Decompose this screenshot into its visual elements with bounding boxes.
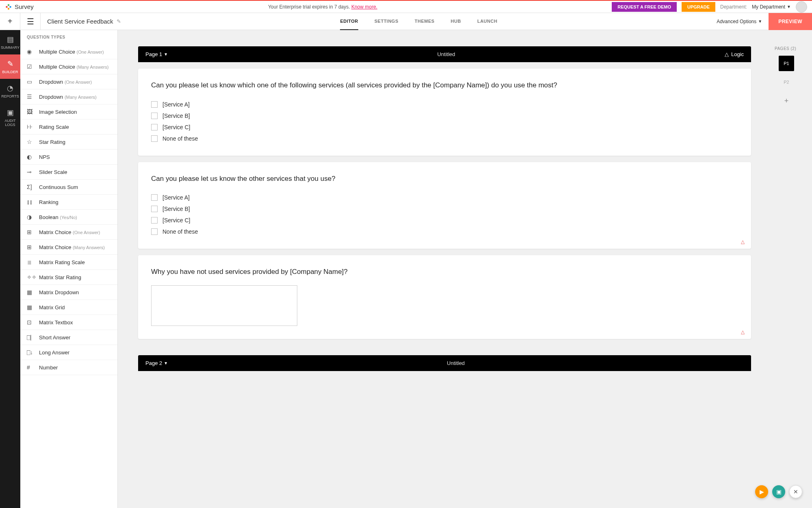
department-dropdown[interactable]: My Department ▼	[752, 4, 791, 10]
option-row[interactable]: [Service A]	[151, 99, 738, 110]
qtype-icon: ◉	[27, 48, 34, 55]
nav-audit-logs[interactable]: ▣ AUDIT LOGS	[0, 103, 20, 132]
list-button[interactable]: ☰	[20, 13, 41, 30]
question-type-item[interactable]: ◑Boolean (Yes/No)	[20, 210, 117, 225]
editor-canvas: Page 1 ▼ Untitled △ Logic Can you please…	[118, 30, 771, 508]
question-type-item[interactable]: ☆Star Rating	[20, 135, 117, 150]
qtype-icon: 🖼	[27, 109, 34, 115]
question-card-2[interactable]: Can you please let us know the other ser…	[138, 162, 751, 249]
nav-reports[interactable]: ◔ REPORTS	[0, 79, 20, 103]
option-row[interactable]: [Service C]	[151, 122, 738, 133]
checkbox[interactable]	[151, 206, 158, 212]
upgrade-button[interactable]: UPGRADE	[682, 2, 715, 12]
page-selector[interactable]: Page 2 ▼	[145, 360, 168, 366]
question-type-item[interactable]: ⊸Slider Scale	[20, 165, 117, 180]
question-type-item[interactable]: ⊞Matrix Choice (One Answer)	[20, 225, 117, 240]
logic-indicator-icon[interactable]: △	[741, 239, 745, 245]
question-type-item[interactable]: ☑Multiple Choice (Many Answers)	[20, 59, 117, 74]
question-type-item[interactable]: ⊡Matrix Textbox	[20, 315, 117, 330]
checkbox[interactable]	[151, 113, 158, 119]
tab-themes[interactable]: THEMES	[415, 13, 435, 30]
qtype-icon: ⫼	[27, 259, 34, 265]
qtype-icon: ◐	[27, 154, 34, 160]
question-type-item[interactable]: ▭Dropdown (One Answer)	[20, 74, 117, 89]
logic-button[interactable]: △ Logic	[725, 51, 744, 57]
tab-settings[interactable]: SETTINGS	[375, 13, 398, 30]
qtype-icon: ⊸	[27, 169, 34, 175]
page-thumb-1[interactable]: P1	[779, 56, 794, 71]
question-type-item[interactable]: ⎕↓Long Answer	[20, 345, 117, 360]
option-row[interactable]: [Service A]	[151, 192, 738, 203]
tab-hub[interactable]: HUB	[451, 13, 461, 30]
long-answer-input[interactable]	[151, 285, 297, 326]
option-row[interactable]: [Service C]	[151, 215, 738, 226]
option-row[interactable]: [Service B]	[151, 110, 738, 122]
tab-editor[interactable]: EDITOR	[340, 13, 358, 30]
option-row[interactable]: [Service B]	[151, 203, 738, 215]
question-type-item[interactable]: ▦Matrix Grid	[20, 300, 117, 315]
question-type-item[interactable]: ◐NPS	[20, 150, 117, 165]
page-selector[interactable]: Page 1 ▼	[145, 51, 168, 57]
logic-indicator-icon[interactable]: △	[741, 329, 745, 335]
question-type-item[interactable]: Σ]Continuous Sum	[20, 180, 117, 195]
question-type-item[interactable]: ⫼Matrix Rating Scale	[20, 255, 117, 270]
qtype-icon: ▦	[27, 304, 34, 310]
fab-present[interactable]: ▣	[772, 485, 785, 498]
checkbox[interactable]	[151, 124, 158, 130]
question-card-3[interactable]: Why you have not used services provided …	[138, 255, 751, 339]
question-type-item[interactable]: ▦Matrix Dropdown	[20, 285, 117, 300]
option-row[interactable]: None of these	[151, 226, 738, 237]
survey-title: Client Service Feedback ✎	[41, 18, 128, 25]
advanced-options-dropdown[interactable]: Advanced Options ▼	[710, 19, 769, 24]
qtype-icon: ⎕|	[27, 334, 34, 341]
preview-button[interactable]: PREVIEW	[769, 13, 812, 30]
option-row[interactable]: None of these	[151, 133, 738, 144]
question-type-item[interactable]: ⫿⫿Ranking	[20, 195, 117, 210]
nav-summary[interactable]: ▤ SUMMARY	[0, 30, 20, 54]
qtype-icon: ☑	[27, 63, 34, 70]
checkbox[interactable]	[151, 194, 158, 201]
question-type-item[interactable]: 🖼Image Selection	[20, 104, 117, 119]
question-type-item[interactable]: ⊞Matrix Choice (Many Answers)	[20, 240, 117, 255]
qtype-icon: ⊡	[27, 319, 34, 326]
nav-builder[interactable]: ✎ BUILDER	[0, 54, 20, 79]
add-button[interactable]: +	[0, 13, 20, 30]
qtype-icon: ▦	[27, 289, 34, 295]
question-type-item[interactable]: #Number	[20, 360, 117, 375]
question-type-item[interactable]: ⎕|Short Answer	[20, 330, 117, 345]
fab-play[interactable]: ▶	[755, 485, 768, 498]
question-types-header: QUESTION TYPES	[20, 30, 117, 44]
reports-icon: ◔	[0, 84, 20, 93]
edit-title-icon[interactable]: ✎	[117, 18, 121, 24]
user-avatar[interactable]	[796, 1, 807, 13]
chevron-down-icon: ▼	[787, 4, 791, 9]
trial-message: Your Enterprise trial expires in 7 days.…	[39, 4, 607, 10]
svg-point-1	[8, 4, 10, 6]
qtype-icon: ☆	[27, 139, 34, 145]
checkbox[interactable]	[151, 228, 158, 235]
question-type-item[interactable]: ✧✧Matrix Star Rating	[20, 270, 117, 285]
add-page-button[interactable]: +	[779, 93, 794, 109]
checkbox[interactable]	[151, 217, 158, 224]
question-type-item[interactable]: ⊦⊦Rating Scale	[20, 119, 117, 135]
qtype-icon: ⊞	[27, 244, 34, 250]
page-name: Untitled	[168, 51, 725, 57]
question-text: Why you have not used services provided …	[151, 267, 738, 277]
qtype-icon: ⊦⊦	[27, 124, 34, 130]
question-card-1[interactable]: Can you please let us know which one of …	[138, 69, 751, 156]
fab-close[interactable]: ✕	[789, 485, 802, 498]
question-type-item[interactable]: ◉Multiple Choice (One Answer)	[20, 44, 117, 59]
page-thumb-2[interactable]: P2	[779, 74, 794, 90]
chevron-down-icon: ▼	[164, 52, 168, 56]
question-type-item[interactable]: ☰Dropdown (Many Answers)	[20, 89, 117, 104]
trial-know-more-link[interactable]: Know more.	[351, 4, 377, 10]
floating-actions: ▶ ▣ ✕	[755, 485, 802, 498]
tab-launch[interactable]: LAUNCH	[477, 13, 497, 30]
question-text: Can you please let us know the other ser…	[151, 174, 738, 184]
pages-panel: PAGES (2) P1 P2 +	[771, 30, 812, 508]
qtype-icon: ✧✧	[27, 274, 34, 280]
checkbox[interactable]	[151, 101, 158, 108]
survey-logo-icon	[5, 3, 12, 11]
checkbox[interactable]	[151, 135, 158, 142]
request-demo-button[interactable]: REQUEST A FREE DEMO	[612, 2, 677, 12]
